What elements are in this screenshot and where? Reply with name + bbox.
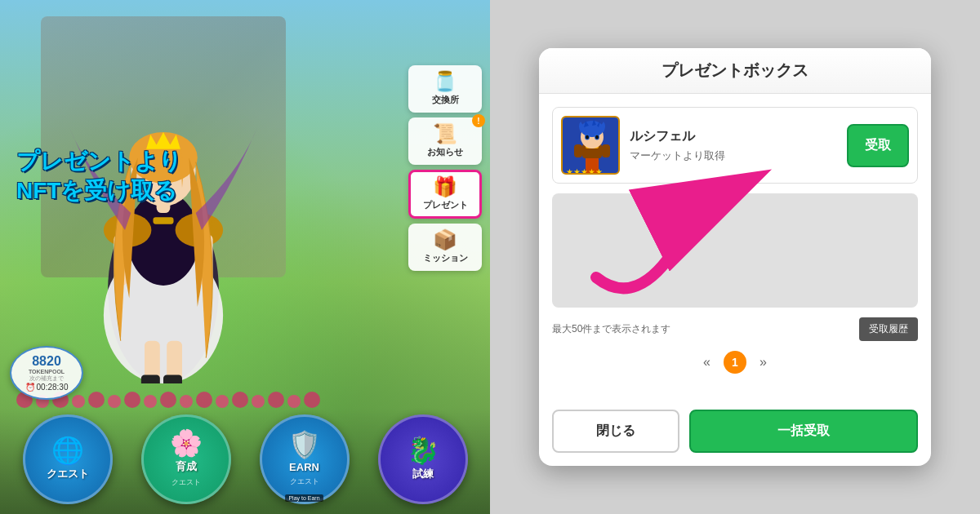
token-pool-sublabel: 次の補充まで bbox=[18, 374, 75, 383]
trial-icon: 🐉 bbox=[407, 437, 439, 463]
present-item-source: マーケットより取得 bbox=[630, 148, 837, 163]
menu-item-wrapper-notice: 📜 お知らせ ! bbox=[408, 117, 482, 165]
training-label: 育成 bbox=[176, 459, 197, 474]
earn-label: EARN bbox=[289, 461, 319, 473]
present-box-modal: プレゼントボックス bbox=[539, 48, 931, 466]
token-pool-number: 8820 bbox=[18, 354, 75, 369]
menu-item-wrapper-exchange: 🫙 交換所 bbox=[408, 65, 482, 113]
earn-icon: 🛡️ bbox=[288, 432, 321, 458]
notice-notification-dot: ! bbox=[472, 114, 485, 127]
history-button[interactable]: 受取履歴 bbox=[859, 317, 918, 341]
receive-button[interactable]: 受取 bbox=[847, 124, 909, 167]
svg-rect-7 bbox=[153, 217, 173, 224]
receive-all-button[interactable]: 一括受取 bbox=[689, 410, 918, 453]
present-empty-area bbox=[552, 193, 918, 308]
sidebar-item-exchange[interactable]: 🫙 交換所 bbox=[408, 65, 482, 113]
token-pool: 8820 TOKENPOOL 次の補充まで ⏰00:28:30 bbox=[10, 346, 83, 400]
trial-label: 試練 bbox=[412, 467, 434, 481]
training-icon: 🌸 bbox=[170, 430, 203, 456]
prev-page-button[interactable]: « bbox=[700, 352, 714, 373]
svg-point-32 bbox=[586, 135, 589, 140]
current-page: 1 bbox=[724, 351, 746, 374]
present-label: プレゼント bbox=[423, 199, 468, 211]
exchange-label: 交換所 bbox=[432, 94, 459, 106]
token-pool-label: TOKENPOOL bbox=[18, 369, 75, 374]
present-item: ★★★★★ ルシフェル マーケットより取得 受取 bbox=[552, 107, 918, 184]
quest-icon: 🌐 bbox=[51, 437, 84, 463]
present-item-name: ルシフェル bbox=[630, 128, 837, 145]
mission-label: ミッション bbox=[423, 252, 468, 264]
menu-item-wrapper-mission: 📦 ミッション bbox=[408, 224, 482, 271]
next-page-button[interactable]: » bbox=[756, 352, 770, 373]
close-button[interactable]: 閉じる bbox=[552, 410, 679, 453]
nav-trial[interactable]: 🐉 試練 bbox=[378, 414, 468, 504]
modal-body: ★★★★★ ルシフェル マーケットより取得 受取 最大50件まで表示されます 受… bbox=[539, 94, 931, 400]
present-panel: プレゼントボックス bbox=[490, 0, 980, 514]
sidebar-item-present[interactable]: 🎁 プレゼント bbox=[408, 170, 482, 219]
modal-title: プレゼントボックス bbox=[555, 60, 915, 82]
svg-rect-27 bbox=[602, 144, 610, 157]
mission-icon: 📦 bbox=[433, 230, 457, 250]
modal-actions: 閉じる 一括受取 bbox=[539, 400, 931, 466]
modal-header: プレゼントボックス bbox=[539, 48, 931, 94]
notice-label: お知らせ bbox=[427, 146, 463, 158]
sidebar-item-notice[interactable]: 📜 お知らせ bbox=[408, 117, 482, 165]
bottom-navigation: 🌐 クエスト 🌸 育成 クエスト 🛡️ EARN クエスト Play to Ea… bbox=[0, 408, 490, 514]
nav-quest[interactable]: 🌐 クエスト bbox=[23, 414, 113, 504]
present-item-icon: ★★★★★ bbox=[561, 116, 620, 175]
pagination: « 1 » bbox=[552, 351, 918, 374]
sidebar-menu: 🫙 交換所 📜 お知らせ ! 🎁 プレゼント 📦 ミッション bbox=[408, 65, 490, 271]
game-panel: プレゼントより NFTを受け取る 8820 TOKENPOOL 次の補充まで ⏰… bbox=[0, 0, 490, 514]
menu-item-wrapper-present: 🎁 プレゼント bbox=[408, 170, 482, 219]
svg-rect-26 bbox=[574, 144, 582, 157]
exchange-icon: 🫙 bbox=[433, 72, 457, 91]
notice-icon: 📜 bbox=[433, 124, 457, 144]
nav-training[interactable]: 🌸 育成 クエスト bbox=[141, 414, 231, 504]
earn-sublabel: クエスト bbox=[290, 476, 319, 487]
quest-label: クエスト bbox=[47, 467, 89, 481]
present-footer-info: 最大50件まで表示されます 受取履歴 bbox=[552, 317, 918, 341]
play-to-earn-badge: Play to Earn bbox=[285, 494, 323, 502]
present-icon: 🎁 bbox=[433, 177, 457, 197]
present-item-info: ルシフェル マーケットより取得 bbox=[630, 128, 837, 163]
token-pool-timer: ⏰00:28:30 bbox=[18, 383, 75, 392]
training-sublabel: クエスト bbox=[172, 477, 201, 488]
footer-info-text: 最大50件まで表示されます bbox=[552, 322, 670, 336]
sidebar-item-mission[interactable]: 📦 ミッション bbox=[408, 224, 482, 271]
svg-text:★★★★★: ★★★★★ bbox=[566, 167, 603, 175]
svg-point-33 bbox=[595, 135, 599, 140]
nav-earn[interactable]: 🛡️ EARN クエスト Play to Earn bbox=[260, 414, 350, 504]
instruction-overlay: プレゼントより NFTを受け取る bbox=[16, 147, 182, 206]
